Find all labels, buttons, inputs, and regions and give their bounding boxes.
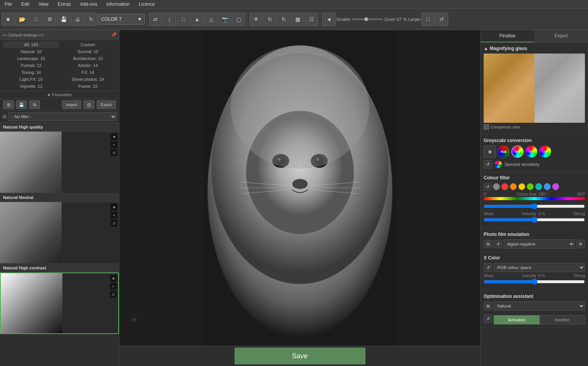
opt-grid-icon[interactable]: ⊞ <box>484 302 492 310</box>
stat-artistic[interactable]: Artistic: 14 <box>60 62 116 69</box>
preset-add-btn-2[interactable]: + <box>111 212 117 219</box>
filter-dropdown[interactable]: - No filter - <box>8 112 117 121</box>
cf-orange[interactable] <box>510 183 517 190</box>
grid-view-btn[interactable]: ⊞ <box>3 100 14 109</box>
magnifying-glass-arrow: ▲ <box>484 46 488 51</box>
export-btn[interactable]: Export <box>97 100 116 109</box>
tab-finalise[interactable]: Finalise <box>481 30 534 42</box>
menu-extras[interactable]: Extras <box>53 1 75 8</box>
preset-star-btn-1[interactable]: ★ <box>111 133 117 140</box>
stat-vignette[interactable]: Vignette: 12 <box>3 83 59 89</box>
film-settings-icon[interactable]: ⚙ <box>576 240 585 248</box>
redo-button[interactable]: ↻ <box>85 13 98 26</box>
save-button[interactable]: Save <box>235 348 365 364</box>
opt-dropdown[interactable]: Natural <box>494 301 585 311</box>
preset-item-natural-neutral[interactable]: ★ + ↺ <box>0 202 119 264</box>
menu-licence[interactable]: Licence <box>134 1 159 8</box>
colour-tone-slider[interactable] <box>484 203 585 209</box>
gs-hsl-icon[interactable]: HSL <box>525 145 538 158</box>
cf-yellow[interactable] <box>518 183 525 190</box>
opt-refresh[interactable]: ↺ <box>484 314 492 323</box>
tool-3[interactable]: □ <box>177 13 190 26</box>
preset-reset-btn-3[interactable]: ↺ <box>110 291 117 298</box>
stat-portrait[interactable]: Portrait: 12 <box>3 62 59 69</box>
tab-expert[interactable]: Expert <box>534 30 588 42</box>
stat-fx[interactable]: FX: 14 <box>60 69 116 75</box>
film-grid-icon[interactable]: ⊞ <box>484 240 492 248</box>
film-dropdown[interactable]: digital negative <box>504 239 575 249</box>
opt-inactive-btn[interactable]: Inactive <box>539 315 585 324</box>
print-button[interactable]: 🖨 <box>71 13 84 26</box>
xcolor-refresh-icon[interactable]: ↺ <box>484 263 492 272</box>
tool-4[interactable]: ▲ <box>191 13 204 26</box>
rotate-right-button[interactable]: ↺ <box>435 13 448 26</box>
stat-toning[interactable]: Toning: 14 <box>3 69 59 75</box>
rotate-button[interactable]: ↻ <box>277 13 290 26</box>
tool-1[interactable]: ⇄ <box>149 13 162 26</box>
xcolor-dropdown[interactable]: RGB colour space <box>494 263 585 272</box>
tool-7[interactable]: ▢ <box>232 13 245 26</box>
tool-2[interactable]: ↕ <box>163 13 176 26</box>
gs-grid-icon[interactable]: ⊞ <box>484 145 496 158</box>
zoom-slider[interactable] <box>352 18 383 20</box>
preset-reset-btn-1[interactable]: ↺ <box>111 149 117 156</box>
stat-frame[interactable]: Frame: 10 <box>60 83 116 89</box>
save-toolbar-button[interactable]: 💾 <box>57 13 70 26</box>
favourites-bar[interactable]: ★ Favourites <box>0 91 119 99</box>
settings-button[interactable]: ⚙ <box>43 13 56 26</box>
gs-rgb-icon[interactable]: RGB <box>498 145 510 158</box>
gs-luma-icon[interactable]: LMA <box>539 145 551 158</box>
grid-button[interactable]: ☷ <box>305 13 318 26</box>
stat-all[interactable]: All: 145 <box>3 42 59 48</box>
fit-button[interactable]: □ <box>421 13 434 26</box>
preset-star-btn-2[interactable]: ★ <box>111 204 117 211</box>
cf-green[interactable] <box>527 183 534 190</box>
stat-architecture[interactable]: Architecture: 10 <box>60 55 116 62</box>
stat-natural[interactable]: Natural: 10 <box>3 48 59 55</box>
settings-pin[interactable]: 📌 <box>111 32 117 37</box>
preset-item-natural-high-contrast[interactable]: ★ + ↺ <box>0 272 119 334</box>
preset-dropdown[interactable]: COLOR 7 ▼ <box>99 14 145 25</box>
new-button[interactable]: ■ <box>2 13 15 26</box>
menu-file[interactable]: File <box>0 1 17 8</box>
open-button[interactable]: 📂 <box>15 13 28 26</box>
compare-btn[interactable]: ⧉ <box>29 100 40 109</box>
preset-item-natural-high-quality[interactable]: ★ + ↺ <box>0 132 119 193</box>
tool-5[interactable]: △ <box>204 13 218 26</box>
cf-blue[interactable] <box>544 183 551 190</box>
tool-6[interactable]: 📷 <box>218 13 231 26</box>
greyscale-refresh[interactable]: ↺ <box>484 160 492 169</box>
cf-red[interactable] <box>501 183 508 190</box>
preset-star-btn-3[interactable]: ★ <box>110 275 117 282</box>
stat-street[interactable]: Street photos: 14 <box>60 76 116 82</box>
menu-view[interactable]: View <box>34 1 53 8</box>
copy-button[interactable]: □ <box>29 13 42 26</box>
arrow-button[interactable]: ◄ <box>322 13 335 26</box>
preset-add-btn-3[interactable]: + <box>110 283 117 290</box>
gs-hsv-icon[interactable]: HSV <box>511 145 524 158</box>
cf-purple[interactable] <box>552 183 559 190</box>
preset-reset-btn-2[interactable]: ↺ <box>111 220 117 227</box>
stat-surreal[interactable]: Surreal: 10 <box>60 48 116 55</box>
stat-custom[interactable]: Custom <box>60 42 116 48</box>
histogram-button[interactable]: ▦ <box>291 13 304 26</box>
at-btn[interactable]: @ <box>84 100 94 109</box>
stat-lightfx[interactable]: Light FX: 15 <box>3 76 59 82</box>
cf-cyan[interactable] <box>535 183 542 190</box>
eye-button[interactable]: 👁 <box>250 13 263 26</box>
refresh-button[interactable]: ↻ <box>263 13 276 26</box>
stat-landscape[interactable]: Landscape: 10 <box>3 55 59 62</box>
save-preset-btn[interactable]: 💾 <box>16 100 27 109</box>
colour-filter-refresh[interactable]: ↺ <box>484 183 491 191</box>
preset-add-btn-1[interactable]: + <box>111 141 117 148</box>
cf-grey[interactable] <box>493 183 500 190</box>
film-refresh-icon[interactable]: ↺ <box>494 240 502 248</box>
menu-information[interactable]: Information <box>102 1 134 8</box>
opt-activated-btn[interactable]: Activated <box>494 315 539 324</box>
comparison-checkbox[interactable] <box>484 124 489 130</box>
import-btn[interactable]: Import <box>62 100 81 109</box>
menu-addons[interactable]: Add-ons <box>75 1 102 8</box>
menu-edit[interactable]: Edit <box>17 1 34 8</box>
intensity-slider[interactable] <box>484 217 585 223</box>
xcolor-intensity-slider[interactable] <box>484 279 585 285</box>
